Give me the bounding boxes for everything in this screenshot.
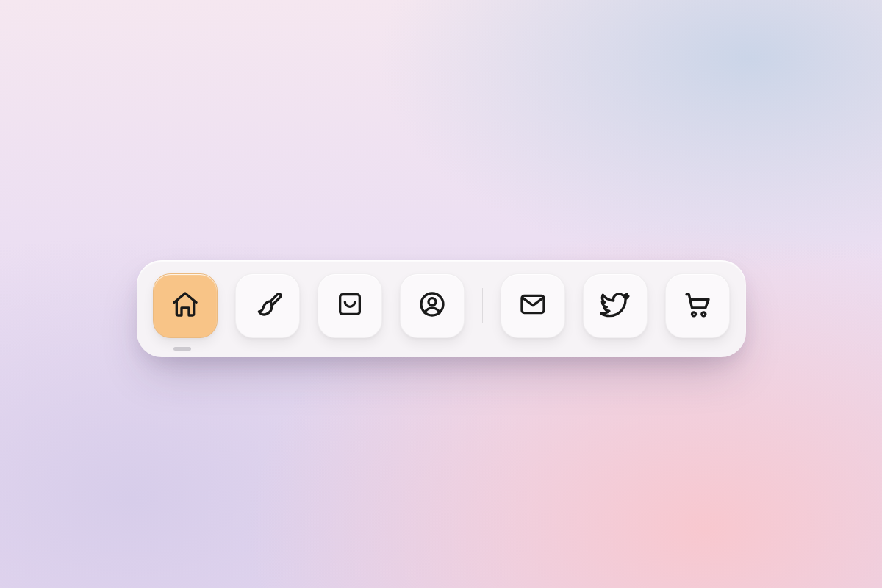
twitter-icon — [600, 290, 630, 322]
dock-item-home[interactable] — [153, 273, 218, 338]
svg-point-2 — [429, 298, 436, 306]
svg-point-5 — [701, 312, 705, 316]
dock-item-twitter[interactable] — [583, 273, 648, 338]
home-icon — [171, 290, 200, 322]
dock-divider — [482, 288, 483, 323]
svg-rect-0 — [340, 295, 359, 315]
brush-icon — [253, 290, 282, 322]
dock-item-bag[interactable] — [318, 273, 382, 338]
user-circle-icon — [417, 290, 447, 322]
cart-icon — [683, 290, 712, 322]
dock-item-brush[interactable] — [235, 273, 300, 338]
dock-item-mail[interactable] — [501, 273, 565, 338]
dock-item-cart[interactable] — [665, 273, 730, 338]
dock-item-profile[interactable] — [400, 273, 465, 338]
svg-point-4 — [692, 312, 695, 316]
shopping-bag-icon — [335, 290, 365, 322]
mail-icon — [518, 290, 548, 322]
dock — [137, 260, 746, 357]
